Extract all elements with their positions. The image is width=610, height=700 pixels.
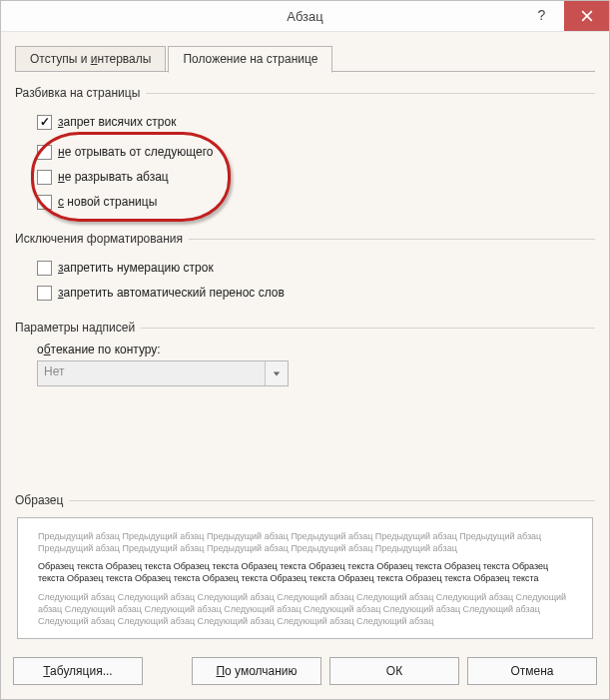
window-controls: ? [519,1,609,31]
close-button[interactable] [564,1,609,31]
divider [189,239,595,240]
group-preview-label: Образец [15,493,595,507]
group-textbox-label: Параметры надписей [15,321,595,335]
divider [146,93,595,94]
wrap-select: Нет [37,360,289,386]
preview-sample-text: Образец текста Образец текста Образец те… [38,560,572,584]
group-preview: Образец Предыдущий абзац Предыдущий абза… [15,493,595,639]
checkbox-label: с новой страницы [58,195,157,209]
checkbox-label: не отрывать от следующего [58,145,213,159]
checkbox-label: запретить нумерацию строк [58,261,214,275]
tab-strip: Отступы и интервалы Положение на страниц… [15,44,595,72]
close-icon [581,10,593,22]
preview-box: Предыдущий абзац Предыдущий абзац Предыд… [17,517,593,639]
checkbox-label: запрет висячих строк [58,115,176,129]
checkbox-icon [37,286,52,301]
tab-indents-pre: Отступы и [30,52,91,66]
highlighted-options: не отрывать от следующего не разрывать а… [37,136,227,218]
group-formatting-title: Исключения форматирования [15,232,183,246]
chevron-down-icon [273,369,281,377]
divider [141,328,595,329]
titlebar: Абзац ? [1,1,609,32]
tab-indents[interactable]: Отступы и интервалы [15,46,166,72]
checkbox-keep-lines-together[interactable]: не разрывать абзац [37,166,213,188]
checkbox-icon [37,261,52,276]
preview-next-text: Следующий абзац Следующий абзац Следующи… [38,591,572,627]
checkbox-keep-with-next[interactable]: не отрывать от следующего [37,141,213,163]
dialog-content: Отступы и интервалы Положение на страниц… [1,32,609,647]
group-pagination: Разбивка на страницы запрет висячих стро… [15,86,595,218]
svg-marker-2 [274,371,280,375]
ok-button[interactable]: ОК [329,657,459,685]
help-button[interactable]: ? [519,1,564,29]
group-textbox-options: Параметры надписей обтекание по контуру:… [15,321,595,386]
checkbox-label: не разрывать абзац [58,170,169,184]
tab-position[interactable]: Положение на странице [168,46,332,73]
checkbox-icon [37,115,52,130]
set-default-button[interactable]: По умолчанию [192,657,321,685]
wrap-label: обтекание по контуру: [37,343,595,356]
checkbox-widow-control[interactable]: запрет висячих строк [37,111,595,133]
checkbox-suppress-hyphenation[interactable]: запретить автоматический перенос слов [37,282,595,304]
tab-position-label: Положение на странице [183,52,317,66]
dialog-button-row: Табуляция... По умолчанию ОК Отмена [1,647,609,699]
wrap-select-value: Нет [38,361,265,385]
wrap-select-button [265,361,288,385]
group-textbox-title: Параметры надписей [15,321,135,335]
group-pagination-title: Разбивка на страницы [15,86,140,100]
checkbox-icon [37,195,52,210]
preview-prev-text: Предыдущий абзац Предыдущий абзац Предыд… [38,530,572,554]
tab-indents-hotkey: и [91,52,98,66]
group-pagination-label: Разбивка на страницы [15,86,595,100]
checkbox-page-break-before[interactable]: с новой страницы [37,191,213,213]
paragraph-dialog: Абзац ? Отступы и интервалы Положение на… [0,0,610,700]
checkbox-icon [37,145,52,160]
divider [69,500,595,501]
group-formatting-exceptions: Исключения форматирования запретить нуме… [15,232,595,307]
tab-indents-post: нтервалы [98,52,152,66]
checkbox-icon [37,170,52,185]
group-preview-title: Образец [15,493,63,507]
window-title: Абзац [1,9,609,24]
checkbox-suppress-line-numbers[interactable]: запретить нумерацию строк [37,257,595,279]
checkbox-label: запретить автоматический перенос слов [58,286,285,300]
tabs-button[interactable]: Табуляция... [13,657,143,685]
group-formatting-label: Исключения форматирования [15,232,595,246]
cancel-button[interactable]: Отмена [467,657,597,685]
